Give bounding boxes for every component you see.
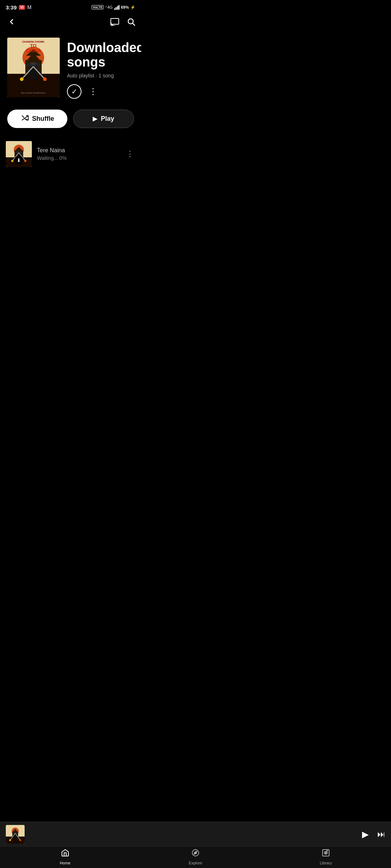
svg-line-24 — [25, 119, 28, 120]
song-name: Tere Naina — [37, 147, 119, 154]
svg-point-13 — [30, 62, 36, 65]
action-buttons: Shuffle ▶ Play — [0, 106, 141, 137]
song-status: Waiting... 0% — [37, 155, 119, 161]
signal-bar-3 — [117, 6, 118, 10]
svg-rect-11 — [30, 67, 37, 79]
signal-bar-2 — [115, 7, 117, 10]
download-check-button[interactable]: ✓ — [67, 84, 81, 99]
play-label: Play — [101, 115, 114, 123]
check-icon: ✓ — [71, 87, 77, 96]
svg-point-16 — [20, 77, 24, 81]
svg-rect-0 — [111, 18, 119, 24]
svg-point-37 — [24, 160, 26, 162]
status-left: 3:39 Vi M — [6, 4, 31, 10]
svg-line-2 — [133, 24, 135, 26]
svg-text:CHANDNI CHOWK: CHANDNI CHOWK — [22, 41, 44, 43]
playlist-title: Downloaded songs — [67, 41, 141, 69]
song-list: ⬇ Tere Naina Waiting... 0% ⋮ — [0, 137, 141, 171]
play-icon: ▶ — [93, 115, 97, 122]
status-right: VoLTE ⁺4G 69% ⚡ — [92, 5, 135, 10]
download-progress-icon: ⬇ — [17, 157, 21, 163]
song-details: Tere Naina Waiting... 0% — [37, 147, 119, 161]
cast-button[interactable] — [110, 18, 119, 28]
svg-text:BOLLYWOOD SOUNDTRACK: BOLLYWOOD SOUNDTRACK — [21, 92, 46, 94]
playlist-actions: ✓ ⋮ — [67, 84, 141, 99]
signal-bar-1 — [114, 8, 115, 10]
playlist-info: Downloaded songs Auto playlist · 1 song … — [67, 38, 141, 99]
shuffle-button[interactable]: Shuffle — [7, 110, 67, 128]
play-button[interactable]: ▶ Play — [73, 110, 134, 128]
search-button[interactable] — [127, 17, 135, 28]
svg-point-36 — [11, 160, 13, 162]
carrier-badge: Vi — [19, 5, 25, 10]
playlist-meta: Auto playlist · 1 song — [67, 73, 141, 78]
nav-icons — [110, 17, 135, 28]
download-overlay: ⬇ — [14, 156, 24, 165]
gmail-icon: M — [27, 4, 31, 10]
song-more-options[interactable]: ⋮ — [125, 148, 135, 160]
header-section: CHANDNI CHOWK TO CHINA BOLLYWOOD SOUNDTR… — [0, 34, 141, 106]
back-button[interactable] — [6, 16, 17, 30]
volte-badge: VoLTE — [92, 5, 104, 9]
song-thumbnail: ⬇ — [6, 141, 32, 167]
status-time: 3:39 — [6, 4, 17, 10]
more-options-button[interactable]: ⋮ — [89, 86, 98, 97]
battery-indicator: 69% — [121, 5, 129, 9]
network-badge: ⁺4G — [105, 5, 113, 10]
svg-line-23 — [22, 116, 24, 118]
status-bar: 3:39 Vi M VoLTE ⁺4G 69% ⚡ — [0, 0, 141, 13]
table-row: ⬇ Tere Naina Waiting... 0% ⋮ — [6, 137, 135, 171]
shuffle-icon — [21, 115, 29, 123]
album-art-large: CHANDNI CHOWK TO CHINA BOLLYWOOD SOUNDTR… — [7, 38, 60, 97]
charging-icon: ⚡ — [130, 5, 135, 10]
signal-bars — [114, 5, 119, 10]
svg-text:CHINA: CHINA — [26, 48, 41, 53]
shuffle-label: Shuffle — [32, 115, 54, 123]
signal-bar-4 — [118, 5, 119, 10]
top-nav — [0, 13, 141, 34]
svg-point-17 — [43, 77, 47, 81]
